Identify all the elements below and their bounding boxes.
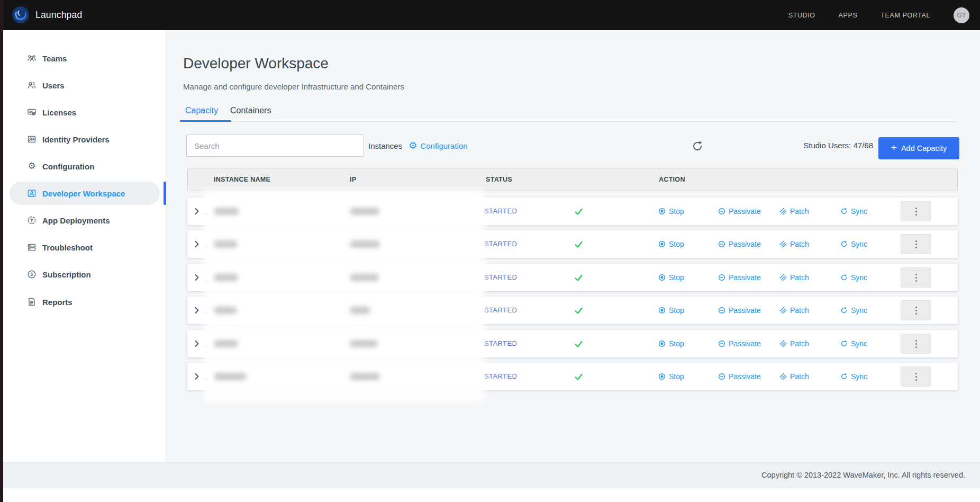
row-more-options-button[interactable] <box>901 267 931 288</box>
sync-action[interactable]: Sync <box>840 330 867 357</box>
ip-blob <box>350 307 370 314</box>
sidebar-item-label: Configuration <box>42 162 94 171</box>
sync-icon <box>840 240 848 248</box>
expand-chevron-icon[interactable] <box>193 372 201 381</box>
patch-action[interactable]: Patch <box>779 363 809 390</box>
stop-action[interactable]: Stop <box>658 330 684 357</box>
stop-action-label: Stop <box>669 240 684 248</box>
status-text: STARTED <box>484 198 517 225</box>
licenses-icon <box>27 107 37 117</box>
sidebar-item-configuration[interactable]: ⚙ Configuration <box>10 155 160 178</box>
patch-action[interactable]: Patch <box>779 330 809 357</box>
window-edge-strip <box>0 0 3 502</box>
patch-action-label: Patch <box>790 372 809 381</box>
topnav-link-apps[interactable]: APPS <box>839 12 858 19</box>
expand-chevron-icon[interactable] <box>193 306 201 315</box>
row-more-options-button[interactable] <box>901 334 931 354</box>
passivate-action[interactable]: Passivate <box>718 198 761 225</box>
user-avatar[interactable]: GT <box>954 7 969 23</box>
stop-icon <box>658 306 666 315</box>
patch-icon <box>779 273 787 282</box>
active-tab-underline <box>180 120 231 122</box>
table-rows: STARTED Stop Passivate Patch Sync <box>187 198 958 399</box>
column-header-status: STATUS <box>486 168 512 191</box>
sync-action[interactable]: Sync <box>840 198 867 225</box>
status-success-check-icon <box>574 240 583 249</box>
brand-title: Launchpad <box>35 10 82 21</box>
topnav-link-studio[interactable]: STUDIO <box>788 12 815 19</box>
column-header-ip: IP <box>350 168 356 191</box>
sync-action-label: Sync <box>851 273 867 282</box>
search-input[interactable] <box>186 135 364 157</box>
redaction-blur-overlay <box>208 194 480 398</box>
passivate-action[interactable]: Passivate <box>718 330 761 357</box>
row-more-options-button[interactable] <box>901 201 931 221</box>
passivate-action[interactable]: Passivate <box>718 363 761 390</box>
page-subtitle: Manage and configure developer Infrastru… <box>183 82 404 91</box>
patch-action[interactable]: Patch <box>779 198 809 225</box>
column-header-instance-name: INSTANCE NAME <box>214 168 270 191</box>
users-icon <box>27 80 37 90</box>
stop-action[interactable]: Stop <box>658 297 684 324</box>
sync-action[interactable]: Sync <box>840 297 867 324</box>
brand[interactable]: Launchpad <box>12 6 82 24</box>
stop-action[interactable]: Stop <box>658 198 684 225</box>
sync-action[interactable]: Sync <box>840 264 867 291</box>
sidebar-item-app-deployments[interactable]: App Deployments <box>10 209 160 232</box>
expand-chevron-icon[interactable] <box>193 240 201 248</box>
stop-icon <box>658 372 666 381</box>
row-more-options-button[interactable] <box>901 300 931 320</box>
passivate-action[interactable]: Passivate <box>718 264 761 291</box>
patch-action-label: Patch <box>790 273 809 282</box>
stop-action-label: Stop <box>669 273 684 282</box>
tab-capacity[interactable]: Capacity <box>185 106 218 115</box>
patch-icon <box>779 306 787 315</box>
svg-text:$: $ <box>30 272 33 277</box>
passivate-action[interactable]: Passivate <box>718 230 761 258</box>
patch-icon <box>779 372 787 381</box>
configuration-link[interactable]: ⚙ Configuration <box>409 141 467 150</box>
sidebar: Teams Users Licenses Identity Providers … <box>3 30 165 462</box>
expand-chevron-icon[interactable] <box>193 207 201 216</box>
sync-icon <box>840 207 848 216</box>
sidebar-item-label: Users <box>42 81 65 90</box>
table-header: INSTANCE NAME IP STATUS ACTION <box>187 168 958 191</box>
topnav-link-team-portal[interactable]: TEAM PORTAL <box>881 12 930 19</box>
subscription-dollar-icon: $ <box>27 270 37 279</box>
sidebar-item-reports[interactable]: Reports <box>10 290 160 313</box>
stop-action-label: Stop <box>669 339 684 348</box>
sidebar-item-developer-workspace[interactable]: Developer Workspace <box>10 182 160 205</box>
sidebar-item-licenses[interactable]: Licenses <box>10 101 160 124</box>
sidebar-item-label: Licenses <box>42 108 76 117</box>
status-text: STARTED <box>484 330 517 357</box>
stop-action[interactable]: Stop <box>658 230 684 258</box>
copyright-text: Copyright © 2013-2022 WaveMaker, Inc. Al… <box>761 471 965 479</box>
stop-action[interactable]: Stop <box>658 363 684 390</box>
row-more-options-button[interactable] <box>901 366 931 387</box>
patch-action[interactable]: Patch <box>779 230 809 258</box>
stop-action[interactable]: Stop <box>658 264 684 291</box>
patch-action[interactable]: Patch <box>779 264 809 291</box>
expand-chevron-icon[interactable] <box>193 273 201 282</box>
sidebar-item-label: Developer Workspace <box>42 189 125 198</box>
stop-icon <box>658 240 666 248</box>
tab-containers[interactable]: Containers <box>230 106 271 115</box>
sidebar-item-subscription[interactable]: $ Subscription <box>10 263 160 286</box>
sidebar-item-teams[interactable]: Teams <box>10 47 160 70</box>
configuration-gear-icon: ⚙ <box>27 162 37 171</box>
sync-action[interactable]: Sync <box>840 230 867 258</box>
ip-blob <box>350 373 380 380</box>
sync-action[interactable]: Sync <box>840 363 867 390</box>
passivate-action[interactable]: Passivate <box>718 297 761 324</box>
sidebar-item-troubleshoot[interactable]: Troubleshoot <box>10 236 160 259</box>
teams-icon <box>27 53 37 63</box>
sidebar-item-users[interactable]: Users <box>10 74 160 97</box>
passivate-action-label: Passivate <box>729 339 761 348</box>
refresh-icon[interactable] <box>691 140 704 153</box>
sidebar-item-identity-providers[interactable]: Identity Providers <box>10 128 160 151</box>
add-capacity-button[interactable]: + Add Capacity <box>878 137 959 159</box>
patch-action[interactable]: Patch <box>779 297 809 324</box>
topnav: STUDIO APPS TEAM PORTAL GT <box>788 0 969 30</box>
expand-chevron-icon[interactable] <box>193 339 201 348</box>
row-more-options-button[interactable] <box>901 234 931 254</box>
